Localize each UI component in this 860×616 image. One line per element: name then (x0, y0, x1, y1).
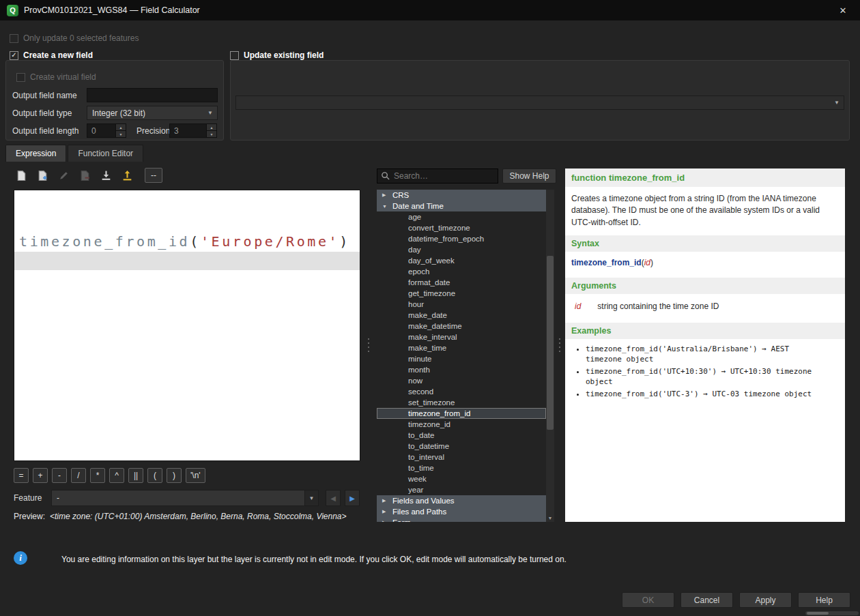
tree-item-datetime-from-epoch[interactable]: datetime_from_epoch (377, 233, 546, 244)
splitter-left[interactable] (367, 338, 371, 352)
close-icon[interactable]: ✕ (833, 0, 853, 20)
tree-item-age[interactable]: age (377, 211, 546, 222)
operator-button[interactable]: || (128, 468, 143, 483)
chevron-down-icon[interactable]: ▼ (304, 490, 318, 505)
chevron-right-icon[interactable]: ▶ (382, 192, 389, 198)
chevron-right-icon[interactable]: ▶ (382, 509, 389, 514)
tree-item-year[interactable]: year (377, 484, 546, 495)
tree-item-convert-timezone[interactable]: convert_timezone (377, 222, 546, 233)
tree-item-get-timezone[interactable]: get_timezone (377, 288, 546, 299)
operator-button[interactable]: ) (167, 468, 182, 483)
previous-feature-button[interactable]: ◀ (326, 490, 341, 506)
chevron-right-icon[interactable]: ▶ (382, 520, 389, 522)
scrollbar-thumb[interactable] (807, 612, 829, 615)
cancel-button[interactable]: Cancel (680, 592, 733, 608)
operator-button[interactable]: - (52, 468, 67, 483)
stepper-arrows[interactable]: ▲ ▼ (115, 124, 126, 137)
apply-button[interactable]: Apply (739, 592, 792, 608)
spin-down-icon[interactable]: ▼ (116, 131, 126, 137)
operator-button[interactable]: * (90, 468, 105, 483)
operator-button[interactable]: = (14, 468, 29, 483)
tree-item-month[interactable]: month (377, 364, 546, 375)
export-expressions-icon[interactable] (119, 168, 134, 183)
ok-button[interactable]: OK (622, 592, 674, 608)
tree-label: Files and Paths (392, 508, 446, 516)
tree-item-epoch[interactable]: epoch (377, 266, 546, 277)
stepper-arrows[interactable]: ▲ ▼ (206, 124, 216, 137)
import-expressions-icon[interactable] (98, 168, 113, 183)
tree-item-timezone-from-id[interactable]: timezone_from_id (377, 408, 546, 419)
qgis-logo-icon: Q (7, 5, 18, 16)
tree-item-format-date[interactable]: format_date (377, 277, 546, 288)
tree-item-day-of-week[interactable]: day_of_week (377, 255, 546, 266)
precision-stepper[interactable]: 3 ▲ ▼ (169, 123, 217, 138)
comment-button[interactable]: -- (145, 168, 162, 183)
tree-item-make-interval[interactable]: make_interval (377, 332, 546, 342)
tree-label: timezone_from_id (408, 409, 470, 417)
edit-expression-icon[interactable] (56, 168, 71, 183)
update-existing-field-checkbox[interactable]: Update existing field (230, 50, 328, 60)
tree-item-second[interactable]: second (377, 386, 546, 397)
new-expression-icon[interactable] (14, 168, 29, 183)
precision-value: 3 (170, 124, 206, 137)
search-input[interactable] (377, 168, 498, 184)
create-new-field-checkbox[interactable]: ✓ Create a new field (10, 50, 97, 60)
tree-item-week[interactable]: week (377, 473, 546, 484)
operator-button[interactable]: '\n' (186, 468, 205, 483)
tree-item-to-date[interactable]: to_date (377, 430, 546, 441)
chevron-down-icon[interactable]: ▼ (382, 204, 389, 209)
function-tree: ▶CRS▼Date and Timeageconvert_timezonedat… (377, 190, 546, 522)
splitter-right[interactable] (558, 338, 562, 352)
spin-up-icon[interactable]: ▲ (207, 124, 216, 131)
tree-group-crs[interactable]: ▶CRS (377, 190, 546, 201)
output-field-length-stepper[interactable]: 0 ▲ ▼ (87, 123, 126, 138)
scrollbar-thumb[interactable] (547, 256, 554, 430)
tree-item-to-datetime[interactable]: to_datetime (377, 441, 546, 452)
title-bar: Q ProvCM01012021_WGS84 — Field Calculato… (0, 0, 860, 20)
create-virtual-field-checkbox[interactable]: Create virtual field (16, 72, 96, 82)
spin-down-icon[interactable]: ▼ (207, 131, 216, 137)
tab-bar: Expression Function Editor (5, 145, 143, 162)
only-update-checkbox[interactable]: Only update 0 selected features (10, 33, 139, 43)
output-field-type-select[interactable]: Integer (32 bit) ▼ (87, 106, 218, 120)
tree-item-day[interactable]: day (377, 244, 546, 255)
expression-editor[interactable]: timezone_from_id('Europe/Rome') (14, 190, 360, 461)
tree-group-fields-and-values[interactable]: ▶Fields and Values (377, 495, 546, 506)
tree-item-make-datetime[interactable]: make_datetime (377, 321, 546, 332)
existing-field-select[interactable]: ▼ (235, 96, 844, 110)
horizontal-scrollbar[interactable] (805, 611, 859, 615)
save-expression-icon[interactable] (35, 168, 50, 183)
operator-button[interactable]: + (33, 468, 48, 483)
tree-item-to-time[interactable]: to_time (377, 463, 546, 473)
tree-item-make-time[interactable]: make_time (377, 342, 546, 353)
tree-item-hour[interactable]: hour (377, 299, 546, 310)
feature-select[interactable]: - ▼ (51, 490, 319, 506)
operator-button[interactable]: / (71, 468, 86, 483)
tree-item-set-timezone[interactable]: set_timezone (377, 397, 546, 408)
tree-item-make-date[interactable]: make_date (377, 310, 546, 321)
tree-label: format_date (408, 278, 450, 287)
output-field-name-label: Output field name (12, 91, 77, 100)
tree-scrollbar[interactable]: ▼ (546, 190, 554, 522)
tree-item-to-interval[interactable]: to_interval (377, 452, 546, 463)
tree-group-form[interactable]: ▶Form (377, 517, 546, 522)
scrollbar-down-icon[interactable]: ▼ (546, 516, 554, 520)
spin-up-icon[interactable]: ▲ (116, 124, 126, 131)
tree-group-date-and-time[interactable]: ▼Date and Time (377, 201, 546, 211)
operator-button[interactable]: ^ (109, 468, 124, 483)
tree-item-minute[interactable]: minute (377, 353, 546, 364)
tree-group-files-and-paths[interactable]: ▶Files and Paths (377, 506, 546, 517)
tree-item-now[interactable]: now (377, 375, 546, 386)
help-button[interactable]: Help (798, 592, 850, 608)
next-feature-button[interactable]: ▶ (345, 490, 360, 506)
tree-label: convert_timezone (408, 224, 470, 232)
output-field-name-input[interactable] (87, 88, 218, 102)
show-help-button[interactable]: Show Help (502, 168, 556, 184)
tab-expression[interactable]: Expression (5, 145, 66, 162)
code-string: 'Europe/Rome' (201, 233, 339, 250)
tree-item-timezone-id[interactable]: timezone_id (377, 419, 546, 430)
operator-button[interactable]: ( (147, 468, 162, 483)
tab-function-editor[interactable]: Function Editor (68, 145, 143, 162)
remove-expression-icon[interactable] (77, 168, 92, 183)
chevron-right-icon[interactable]: ▶ (382, 498, 389, 503)
